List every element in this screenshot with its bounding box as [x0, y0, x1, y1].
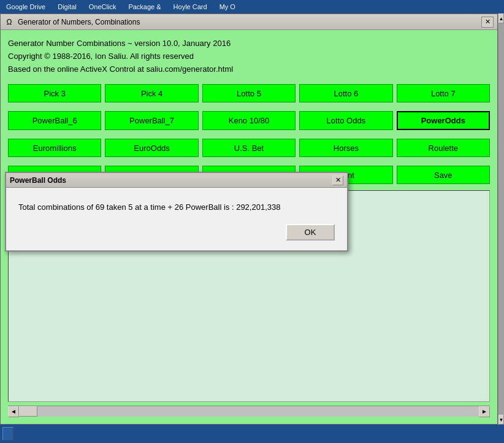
taskbar-item-hoylecard[interactable]: Hoyle Card: [170, 2, 211, 12]
taskbar-bottom-item[interactable]: [2, 427, 13, 441]
taskbar-bottom: [0, 425, 504, 443]
button-row-3: Euromillions EuroOdds U.S. Bet Horses Ro…: [8, 139, 490, 157]
vertical-scrollbar: ▲ ▼: [498, 13, 504, 425]
taskbar-top: Google Drive Digital OneClick Package & …: [0, 0, 504, 13]
horses-button[interactable]: Horses: [299, 139, 392, 157]
h-scroll-thumb[interactable]: [19, 406, 37, 417]
powerball7-button[interactable]: PowerBall_7: [105, 111, 198, 130]
info-text-block: Generator Number Combinations ~ version …: [8, 37, 490, 75]
ok-button[interactable]: OK: [286, 224, 335, 241]
taskbar-item-digital[interactable]: Digital: [54, 2, 80, 12]
euroodds-button[interactable]: EuroOdds: [105, 139, 198, 157]
powerodds-button[interactable]: PowerOdds: [397, 111, 490, 130]
taskbar-item-myo[interactable]: My O: [216, 2, 239, 12]
powerball6-button[interactable]: PowerBall_6: [8, 111, 101, 130]
usbet-button[interactable]: U.S. Bet: [202, 139, 296, 157]
keno-button[interactable]: Keno 10/80: [202, 111, 296, 130]
h-scroll-track[interactable]: [19, 406, 479, 417]
lotto6-button[interactable]: Lotto 6: [299, 84, 392, 102]
horizontal-scrollbar: ◄ ►: [8, 406, 490, 417]
dialog-titlebar: PowerBall Odds ✕: [6, 173, 347, 188]
info-line-1: Generator Number Combinations ~ version …: [8, 37, 490, 50]
window-icon: Ω: [4, 17, 14, 27]
window-title: Generator of Numbers, Combinations: [18, 18, 481, 26]
lottoodds-button[interactable]: Lotto Odds: [299, 111, 392, 130]
taskbar-item-googledrive[interactable]: Google Drive: [2, 2, 49, 12]
info-line-2: Copyright © 1988-2016, Ion Saliu. All ri…: [8, 50, 490, 63]
scroll-left-button[interactable]: ◄: [8, 406, 19, 417]
dialog-actions: OK: [18, 224, 335, 241]
dialog-box: PowerBall Odds ✕ Total combinations of 6…: [5, 172, 348, 252]
dialog-close-button[interactable]: ✕: [332, 175, 343, 185]
scroll-down-button[interactable]: ▼: [498, 415, 504, 425]
roulette-button[interactable]: Roulette: [397, 139, 490, 157]
euromillions-button[interactable]: Euromillions: [8, 139, 101, 157]
taskbar-item-package[interactable]: Package &: [124, 2, 164, 12]
lotto7-button[interactable]: Lotto 7: [397, 84, 490, 102]
lotto5-button[interactable]: Lotto 5: [202, 84, 296, 102]
button-row-1: Pick 3 Pick 4 Lotto 5 Lotto 6 Lotto 7: [8, 84, 490, 102]
scroll-right-button[interactable]: ►: [479, 406, 490, 417]
scroll-up-button[interactable]: ▲: [498, 13, 504, 23]
window-titlebar: Ω Generator of Numbers, Combinations ✕: [1, 14, 497, 30]
dialog-message: Total combinations of 69 taken 5 at a ti…: [18, 202, 335, 212]
info-line-3: Based on the online ActiveX Control at s…: [8, 63, 490, 76]
pick4-button[interactable]: Pick 4: [105, 84, 198, 102]
taskbar-item-oneclick[interactable]: OneClick: [85, 2, 120, 12]
dialog-title: PowerBall Odds: [10, 176, 332, 185]
dialog-body: Total combinations of 69 taken 5 at a ti…: [6, 188, 347, 250]
button-row-2: PowerBall_6 PowerBall_7 Keno 10/80 Lotto…: [8, 111, 490, 130]
window-close-button[interactable]: ✕: [481, 17, 494, 28]
pick3-button[interactable]: Pick 3: [8, 84, 101, 102]
save-button[interactable]: Save: [397, 166, 490, 184]
scroll-track[interactable]: [498, 23, 504, 415]
